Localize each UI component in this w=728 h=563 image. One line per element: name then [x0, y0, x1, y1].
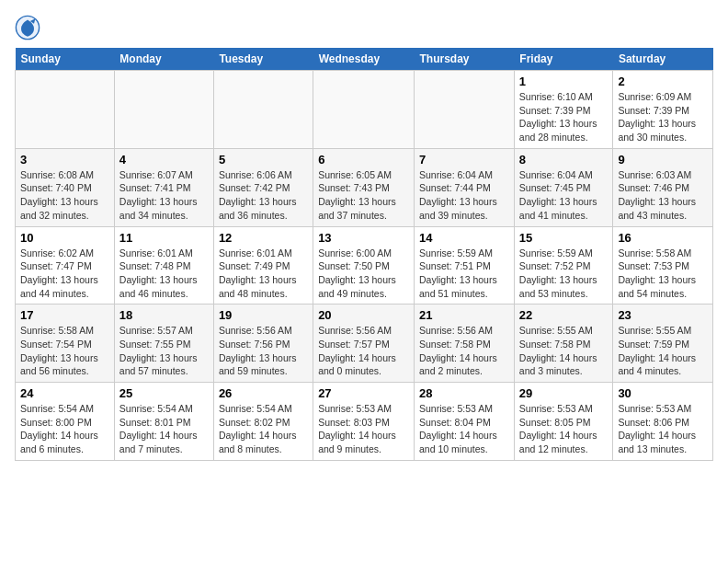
calendar-cell: [16, 71, 115, 149]
day-info: Sunrise: 6:09 AM Sunset: 7:39 PM Dayligh…: [618, 90, 708, 144]
page-header: [15, 15, 713, 40]
day-number: 26: [219, 386, 308, 400]
calendar-cell: [415, 71, 515, 149]
day-number: 13: [318, 231, 409, 245]
day-info: Sunrise: 5:58 AM Sunset: 7:53 PM Dayligh…: [618, 247, 708, 301]
day-number: 19: [219, 308, 308, 322]
calendar-week-row: 1Sunrise: 6:10 AM Sunset: 7:39 PM Daylig…: [16, 71, 713, 149]
calendar-cell: 14Sunrise: 5:59 AM Sunset: 7:51 PM Dayli…: [415, 226, 515, 304]
day-number: 6: [318, 153, 409, 167]
calendar-cell: 7Sunrise: 6:04 AM Sunset: 7:44 PM Daylig…: [415, 148, 515, 226]
day-number: 4: [119, 153, 209, 167]
day-info: Sunrise: 5:53 AM Sunset: 8:05 PM Dayligh…: [519, 402, 609, 456]
calendar-cell: 29Sunrise: 5:53 AM Sunset: 8:05 PM Dayli…: [514, 383, 613, 461]
day-number: 28: [419, 386, 509, 400]
day-info: Sunrise: 6:01 AM Sunset: 7:48 PM Dayligh…: [119, 247, 209, 301]
day-info: Sunrise: 6:01 AM Sunset: 7:49 PM Dayligh…: [219, 247, 308, 301]
day-info: Sunrise: 6:07 AM Sunset: 7:41 PM Dayligh…: [119, 168, 209, 223]
calendar-week-row: 17Sunrise: 5:58 AM Sunset: 7:54 PM Dayli…: [16, 304, 713, 383]
calendar-cell: 24Sunrise: 5:54 AM Sunset: 8:00 PM Dayli…: [16, 383, 115, 461]
day-number: 22: [519, 308, 609, 322]
calendar-cell: 26Sunrise: 5:54 AM Sunset: 8:02 PM Dayli…: [213, 383, 313, 461]
calendar-cell: 20Sunrise: 5:56 AM Sunset: 7:57 PM Dayli…: [313, 304, 415, 383]
day-info: Sunrise: 6:02 AM Sunset: 7:47 PM Dayligh…: [20, 247, 109, 301]
calendar-cell: 21Sunrise: 5:56 AM Sunset: 7:58 PM Dayli…: [415, 304, 515, 383]
logo-icon: [15, 15, 40, 40]
day-number: 3: [20, 153, 109, 167]
day-info: Sunrise: 5:54 AM Sunset: 8:00 PM Dayligh…: [20, 402, 109, 456]
calendar-cell: 16Sunrise: 5:58 AM Sunset: 7:53 PM Dayli…: [613, 226, 713, 304]
calendar-cell: 30Sunrise: 5:53 AM Sunset: 8:06 PM Dayli…: [613, 383, 713, 461]
day-number: 2: [618, 75, 708, 88]
calendar-header: SundayMondayTuesdayWednesdayThursdayFrid…: [16, 48, 713, 71]
day-number: 30: [618, 386, 708, 400]
calendar-week-row: 10Sunrise: 6:02 AM Sunset: 7:47 PM Dayli…: [16, 226, 713, 304]
day-number: 12: [219, 231, 308, 245]
day-info: Sunrise: 5:55 AM Sunset: 7:58 PM Dayligh…: [519, 324, 609, 378]
calendar-cell: 11Sunrise: 6:01 AM Sunset: 7:48 PM Dayli…: [114, 226, 213, 304]
day-info: Sunrise: 5:59 AM Sunset: 7:52 PM Dayligh…: [519, 247, 609, 301]
weekday-header-monday: Monday: [114, 48, 213, 71]
calendar-week-row: 24Sunrise: 5:54 AM Sunset: 8:00 PM Dayli…: [16, 383, 713, 461]
calendar-cell: [213, 71, 313, 149]
calendar-cell: [313, 71, 415, 149]
weekday-header-row: SundayMondayTuesdayWednesdayThursdayFrid…: [16, 48, 713, 71]
calendar-cell: 8Sunrise: 6:04 AM Sunset: 7:45 PM Daylig…: [514, 148, 613, 226]
day-number: 29: [519, 386, 609, 400]
calendar-cell: 17Sunrise: 5:58 AM Sunset: 7:54 PM Dayli…: [16, 304, 115, 383]
calendar-cell: 5Sunrise: 6:06 AM Sunset: 7:42 PM Daylig…: [213, 148, 313, 226]
day-info: Sunrise: 5:56 AM Sunset: 7:58 PM Dayligh…: [419, 324, 509, 378]
calendar-cell: 13Sunrise: 6:00 AM Sunset: 7:50 PM Dayli…: [313, 226, 415, 304]
calendar-cell: 10Sunrise: 6:02 AM Sunset: 7:47 PM Dayli…: [16, 226, 115, 304]
calendar-cell: 15Sunrise: 5:59 AM Sunset: 7:52 PM Dayli…: [514, 226, 613, 304]
calendar-week-row: 3Sunrise: 6:08 AM Sunset: 7:40 PM Daylig…: [16, 148, 713, 226]
logo: [15, 15, 44, 40]
weekday-header-wednesday: Wednesday: [313, 48, 415, 71]
calendar-cell: 3Sunrise: 6:08 AM Sunset: 7:40 PM Daylig…: [16, 148, 115, 226]
day-number: 1: [519, 75, 609, 88]
day-number: 20: [318, 308, 409, 322]
calendar-cell: 9Sunrise: 6:03 AM Sunset: 7:46 PM Daylig…: [613, 148, 713, 226]
day-info: Sunrise: 5:59 AM Sunset: 7:51 PM Dayligh…: [419, 247, 509, 301]
day-info: Sunrise: 6:04 AM Sunset: 7:45 PM Dayligh…: [519, 168, 609, 223]
day-info: Sunrise: 6:06 AM Sunset: 7:42 PM Dayligh…: [219, 168, 308, 223]
day-info: Sunrise: 5:57 AM Sunset: 7:55 PM Dayligh…: [119, 324, 209, 378]
day-info: Sunrise: 5:54 AM Sunset: 8:01 PM Dayligh…: [119, 402, 209, 456]
weekday-header-thursday: Thursday: [415, 48, 515, 71]
calendar-cell: 19Sunrise: 5:56 AM Sunset: 7:56 PM Dayli…: [213, 304, 313, 383]
day-number: 16: [618, 231, 708, 245]
day-info: Sunrise: 6:08 AM Sunset: 7:40 PM Dayligh…: [20, 168, 109, 223]
day-number: 10: [20, 231, 109, 245]
calendar-cell: 2Sunrise: 6:09 AM Sunset: 7:39 PM Daylig…: [613, 71, 713, 149]
calendar-table: SundayMondayTuesdayWednesdayThursdayFrid…: [15, 48, 713, 461]
day-info: Sunrise: 5:58 AM Sunset: 7:54 PM Dayligh…: [20, 324, 109, 378]
day-number: 7: [419, 153, 509, 167]
day-number: 23: [618, 308, 708, 322]
day-number: 27: [318, 386, 409, 400]
weekday-header-saturday: Saturday: [613, 48, 713, 71]
calendar-cell: 6Sunrise: 6:05 AM Sunset: 7:43 PM Daylig…: [313, 148, 415, 226]
day-info: Sunrise: 6:03 AM Sunset: 7:46 PM Dayligh…: [618, 168, 708, 223]
calendar-cell: 1Sunrise: 6:10 AM Sunset: 7:39 PM Daylig…: [514, 71, 613, 149]
day-info: Sunrise: 5:53 AM Sunset: 8:03 PM Dayligh…: [318, 402, 409, 456]
day-info: Sunrise: 6:00 AM Sunset: 7:50 PM Dayligh…: [318, 247, 409, 301]
calendar-cell: [114, 71, 213, 149]
day-info: Sunrise: 5:53 AM Sunset: 8:06 PM Dayligh…: [618, 402, 708, 456]
calendar-cell: 25Sunrise: 5:54 AM Sunset: 8:01 PM Dayli…: [114, 383, 213, 461]
day-number: 21: [419, 308, 509, 322]
day-info: Sunrise: 5:56 AM Sunset: 7:56 PM Dayligh…: [219, 324, 308, 378]
day-number: 9: [618, 153, 708, 167]
calendar-cell: 28Sunrise: 5:53 AM Sunset: 8:04 PM Dayli…: [415, 383, 515, 461]
day-info: Sunrise: 5:53 AM Sunset: 8:04 PM Dayligh…: [419, 402, 509, 456]
day-info: Sunrise: 6:04 AM Sunset: 7:44 PM Dayligh…: [419, 168, 509, 223]
calendar-cell: 4Sunrise: 6:07 AM Sunset: 7:41 PM Daylig…: [114, 148, 213, 226]
calendar-body: 1Sunrise: 6:10 AM Sunset: 7:39 PM Daylig…: [16, 71, 713, 461]
day-number: 5: [219, 153, 308, 167]
calendar-cell: 27Sunrise: 5:53 AM Sunset: 8:03 PM Dayli…: [313, 383, 415, 461]
day-number: 11: [119, 231, 209, 245]
day-info: Sunrise: 5:56 AM Sunset: 7:57 PM Dayligh…: [318, 324, 409, 378]
day-number: 14: [419, 231, 509, 245]
calendar-cell: 23Sunrise: 5:55 AM Sunset: 7:59 PM Dayli…: [613, 304, 713, 383]
day-number: 17: [20, 308, 109, 322]
calendar-cell: 18Sunrise: 5:57 AM Sunset: 7:55 PM Dayli…: [114, 304, 213, 383]
